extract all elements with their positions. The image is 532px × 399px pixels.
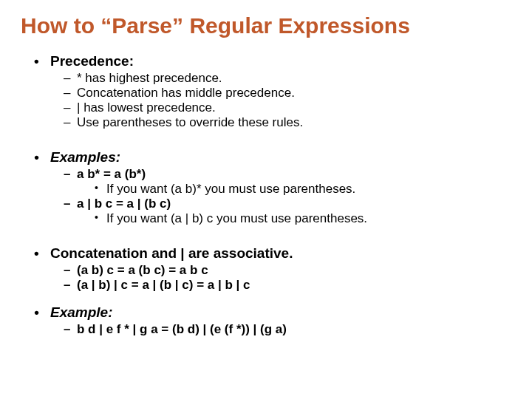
slide: How to “Parse” Regular Expressions Prece… xyxy=(0,0,532,399)
section-associative: Concatenation and | are associative. (a … xyxy=(34,245,511,293)
sub-sub-list: If you want (a | b) c you must use paren… xyxy=(77,211,511,226)
list-item: If you want (a | b) c you must use paren… xyxy=(95,211,511,226)
section-heading: Concatenation and | are associative. xyxy=(50,245,293,261)
sub-list: b d | e f * | g a = (b d) | (e (f *)) | … xyxy=(50,322,511,337)
section-heading: Example: xyxy=(50,304,112,320)
section-example: Example: b d | e f * | g a = (b d) | (e … xyxy=(34,304,511,337)
list-item: (a | b) | c = a | (b | c) = a | b | c xyxy=(64,278,511,293)
sub-sub-list: If you want (a b)* you must use parenthe… xyxy=(77,182,511,197)
section-precedence: Precedence: * has highest precedence. Co… xyxy=(34,53,511,130)
section-examples: Examples: a b* = a (b*) If you want (a b… xyxy=(34,149,511,226)
sub-list: (a b) c = a (b c) = a b c (a | b) | c = … xyxy=(50,263,511,293)
spacer xyxy=(34,134,511,149)
section-heading: Examples: xyxy=(50,149,120,165)
list-item: | has lowest precedence. xyxy=(64,100,511,115)
list-item: a b* = a (b*) If you want (a b)* you mus… xyxy=(64,167,511,197)
list-item: * has highest precedence. xyxy=(64,71,511,86)
spacer xyxy=(34,231,511,245)
slide-title: How to “Parse” Regular Expressions xyxy=(21,13,511,38)
spacer xyxy=(34,297,511,304)
list-item: Use parentheses to override these rules. xyxy=(64,115,511,130)
section-heading: Precedence: xyxy=(50,53,134,69)
sub-list: * has highest precedence. Concatenation … xyxy=(50,71,511,130)
list-item: If you want (a b)* you must use parenthe… xyxy=(95,182,511,197)
bullet-list: Precedence: * has highest precedence. Co… xyxy=(21,53,511,337)
list-item: a | b c = a | (b c) If you want (a | b) … xyxy=(64,197,511,226)
list-item-text: a | b c = a | (b c) xyxy=(77,197,171,211)
list-item-text: a b* = a (b*) xyxy=(77,167,146,181)
sub-list: a b* = a (b*) If you want (a b)* you mus… xyxy=(50,167,511,226)
list-item: Concatenation has middle precedence. xyxy=(64,86,511,100)
list-item: b d | e f * | g a = (b d) | (e (f *)) | … xyxy=(64,322,511,337)
list-item: (a b) c = a (b c) = a b c xyxy=(64,263,511,278)
